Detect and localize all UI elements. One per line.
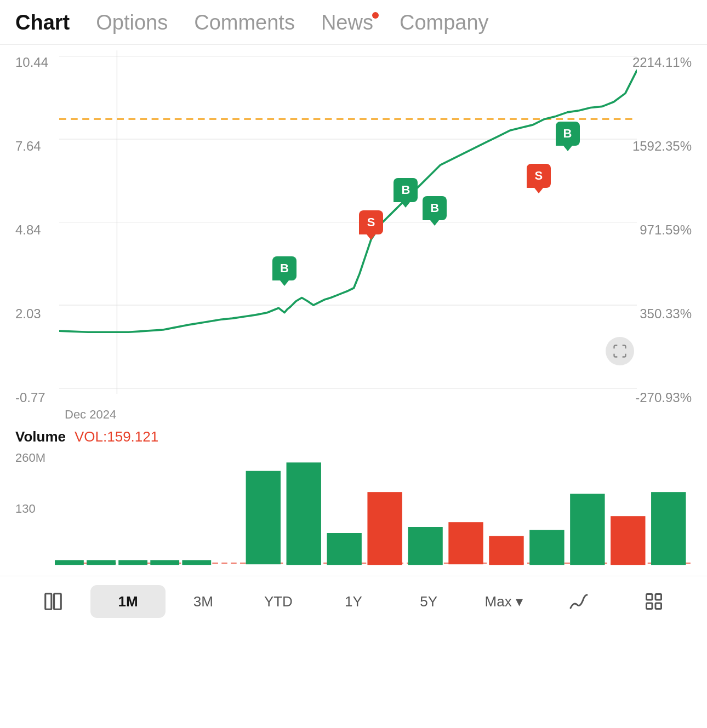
y-axis-left: 10.44 7.64 4.84 2.03 -0.77 bbox=[15, 50, 48, 423]
expand-icon[interactable] bbox=[606, 337, 634, 365]
volume-value: VOL:159.121 bbox=[75, 428, 158, 445]
date-label: Dec 2024 bbox=[65, 408, 116, 422]
svg-rect-18 bbox=[448, 522, 483, 564]
y-pct-label-0: 2214.11% bbox=[632, 55, 692, 70]
svg-rect-25 bbox=[54, 594, 61, 610]
chart-container: 10.44 7.64 4.84 2.03 -0.77 bbox=[0, 50, 707, 423]
toolbar-3m-button[interactable]: 3M bbox=[166, 585, 241, 618]
svg-rect-26 bbox=[647, 594, 653, 600]
y-pct-label-1: 1592.35% bbox=[632, 139, 692, 154]
y-pct-label-4: -270.93% bbox=[632, 390, 692, 405]
toolbar-1y-button[interactable]: 1Y bbox=[316, 585, 391, 618]
price-chart-svg-area[interactable]: B S B B S B bbox=[59, 50, 637, 405]
volume-title: Volume bbox=[15, 428, 66, 445]
y-label-2: 4.84 bbox=[15, 222, 48, 238]
volume-bars-area bbox=[55, 449, 692, 569]
y-pct-label-2: 971.59% bbox=[632, 222, 692, 238]
svg-rect-29 bbox=[655, 603, 662, 609]
svg-rect-24 bbox=[45, 594, 51, 610]
signal-sell-1[interactable]: S bbox=[359, 210, 383, 234]
tab-options[interactable]: Options bbox=[96, 11, 168, 37]
signal-buy-3[interactable]: B bbox=[423, 196, 447, 220]
y-label-3: 2.03 bbox=[15, 306, 48, 322]
svg-rect-12 bbox=[182, 560, 211, 565]
svg-rect-15 bbox=[327, 533, 361, 565]
svg-rect-22 bbox=[611, 516, 645, 565]
svg-rect-10 bbox=[118, 560, 147, 565]
1m-label: 1M bbox=[118, 593, 138, 610]
toolbar-1m-button[interactable]: 1M bbox=[90, 585, 166, 618]
news-notification-dot bbox=[372, 12, 379, 19]
volume-chart-wrapper: 260M 130 bbox=[15, 449, 692, 569]
signal-buy-1[interactable]: B bbox=[272, 256, 297, 280]
svg-rect-9 bbox=[87, 560, 116, 565]
svg-rect-11 bbox=[150, 560, 179, 565]
tab-comments[interactable]: Comments bbox=[194, 11, 295, 37]
volume-section: Volume VOL:159.121 260M 130 bbox=[0, 423, 707, 569]
tab-chart[interactable]: Chart bbox=[15, 11, 70, 37]
svg-rect-20 bbox=[529, 530, 564, 565]
vol-label-260m: 260M bbox=[15, 451, 45, 465]
price-chart-svg bbox=[59, 50, 637, 405]
3m-label: 3M bbox=[193, 593, 213, 610]
y-axis-right: 2214.11% 1592.35% 971.59% 350.33% -270.9… bbox=[632, 50, 692, 423]
svg-rect-14 bbox=[287, 462, 321, 565]
ytd-label: YTD bbox=[264, 593, 293, 610]
bottom-toolbar: 1M 3M YTD 1Y 5Y Max ▾ bbox=[0, 576, 707, 627]
tab-navigation: Chart Options Comments News Company bbox=[0, 0, 707, 45]
svg-rect-21 bbox=[570, 494, 605, 565]
y-label-0: 10.44 bbox=[15, 55, 48, 70]
volume-chart-svg bbox=[55, 449, 692, 569]
y-label-4: -0.77 bbox=[15, 390, 48, 405]
signal-buy-2[interactable]: B bbox=[394, 178, 418, 202]
toolbar-draw-button[interactable] bbox=[541, 585, 617, 618]
vol-label-130: 130 bbox=[15, 502, 45, 516]
signal-sell-2[interactable]: S bbox=[527, 164, 551, 188]
volume-header: Volume VOL:159.121 bbox=[15, 428, 692, 445]
y-pct-label-3: 350.33% bbox=[632, 306, 692, 322]
svg-rect-27 bbox=[655, 594, 662, 600]
signal-buy-4[interactable]: B bbox=[556, 122, 580, 146]
tab-news[interactable]: News bbox=[321, 11, 373, 37]
toolbar-indicators-button[interactable] bbox=[617, 585, 692, 618]
toolbar-ytd-button[interactable]: YTD bbox=[241, 585, 316, 618]
1y-label: 1Y bbox=[345, 593, 362, 610]
y-label-1: 7.64 bbox=[15, 139, 48, 154]
svg-rect-28 bbox=[647, 603, 653, 609]
svg-rect-17 bbox=[408, 527, 442, 565]
svg-rect-13 bbox=[246, 471, 281, 564]
svg-rect-23 bbox=[651, 492, 686, 565]
toolbar-5y-button[interactable]: 5Y bbox=[391, 585, 466, 618]
svg-rect-8 bbox=[55, 560, 84, 565]
toolbar-layout-button[interactable] bbox=[15, 585, 90, 618]
svg-rect-19 bbox=[489, 536, 523, 565]
chart-wrapper: 10.44 7.64 4.84 2.03 -0.77 bbox=[15, 50, 692, 423]
svg-rect-16 bbox=[367, 492, 402, 565]
toolbar-max-button[interactable]: Max ▾ bbox=[466, 585, 541, 618]
5y-label: 5Y bbox=[420, 593, 437, 610]
volume-y-axis: 260M 130 bbox=[15, 449, 45, 569]
max-label: Max ▾ bbox=[485, 593, 523, 610]
tab-company[interactable]: Company bbox=[400, 11, 489, 37]
